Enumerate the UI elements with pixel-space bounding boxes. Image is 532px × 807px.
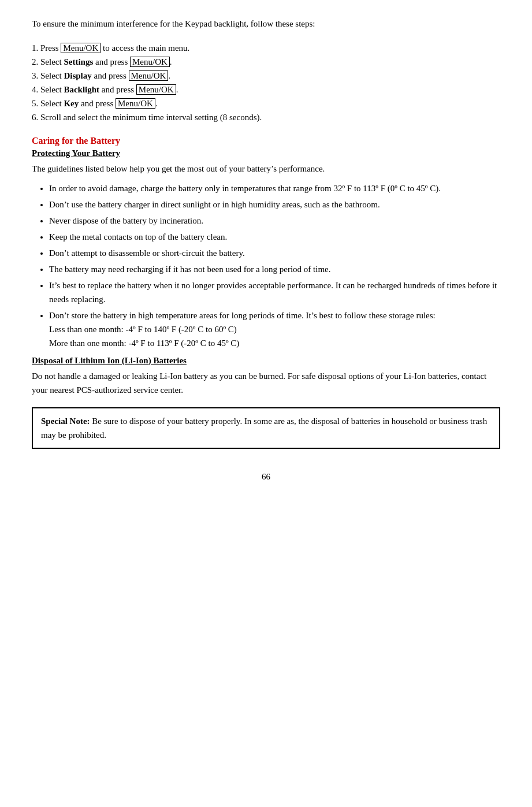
protecting-intro: The guidelines listed below help you get… [32, 162, 500, 176]
caring-heading: Caring for the Battery [32, 136, 500, 146]
bullet-6: The battery may need recharging if it ha… [49, 262, 500, 276]
special-note-box: Special Note: Be sure to dispose of your… [32, 407, 500, 449]
menu-ok-box-3: Menu/OK [129, 70, 169, 81]
bullet-8: Don’t store the battery in high temperat… [49, 308, 500, 350]
disposal-subheading: Disposal of Lithium Ion (Li-Ion) Batteri… [32, 356, 500, 366]
bullet-2: Don’t use the battery charger in direct … [49, 198, 500, 211]
bullet-7: It’s best to replace the battery when it… [49, 278, 500, 306]
intro-paragraph: To ensure the minimum interference for t… [32, 17, 500, 31]
bullet-1: In order to avoid damage, charge the bat… [49, 181, 500, 195]
menu-ok-box-2: Menu/OK [130, 57, 170, 67]
storage-less: Less than one month: -4º F to 140º F (-2… [49, 325, 237, 334]
menu-ok-box-5: Menu/OK [116, 98, 155, 109]
bullet-3: Never dispose of the battery by incinera… [49, 214, 500, 228]
step-6: 6. Scroll and select the minimum time in… [32, 110, 500, 124]
step-1: 1. Press Menu/OK to access the main menu… [32, 41, 500, 55]
special-note-text: Be sure to dispose of your battery prope… [41, 416, 487, 440]
caring-section: Caring for the Battery Protecting Your B… [32, 136, 500, 449]
numbered-steps: 1. Press Menu/OK to access the main menu… [32, 41, 500, 124]
intro-text: To ensure the minimum interference for t… [32, 19, 315, 28]
storage-more: More than one month: -4º F to 113º F (-2… [49, 339, 239, 348]
display-bold: Display [64, 71, 91, 80]
protecting-subheading: Protecting Your Battery [32, 148, 500, 158]
bullet-4: Keep the metal contacts on top of the ba… [49, 230, 500, 244]
protecting-bullets: In order to avoid damage, charge the bat… [49, 181, 500, 350]
step-5: 5. Select Key and press Menu/OK. [32, 96, 500, 110]
step-2: 2. Select Settings and press Menu/OK. [32, 55, 500, 69]
key-bold: Key [64, 99, 79, 108]
step-4: 4. Select Backlight and press Menu/OK. [32, 83, 500, 96]
menu-ok-box-4: Menu/OK [136, 84, 176, 95]
page-number: 66 [32, 472, 500, 482]
bullet-5: Don’t attempt to disassemble or short-ci… [49, 246, 500, 260]
disposal-text: Do not handle a damaged or leaking Li-Io… [32, 369, 500, 397]
special-note-label: Special Note: [41, 416, 90, 426]
step-3: 3. Select Display and press Menu/OK. [32, 69, 500, 83]
backlight-bold: Backlight [64, 85, 99, 94]
settings-bold: Settings [64, 57, 93, 66]
menu-ok-box-1: Menu/OK [61, 43, 101, 53]
